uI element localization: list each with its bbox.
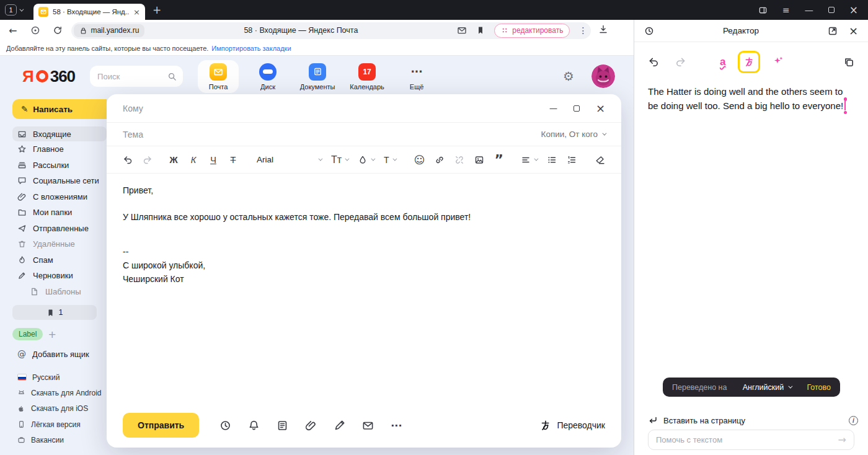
ai-prompt-box[interactable]: →: [648, 430, 854, 450]
sidebar-item-newsletters[interactable]: Рассылки: [12, 157, 107, 174]
insert-to-page-button[interactable]: Вставить на страницу i: [648, 413, 858, 428]
sidebar-item-myfolders[interactable]: Мои папки: [12, 205, 107, 221]
improve-text-button[interactable]: [773, 55, 784, 69]
sidebar-item-social[interactable]: Социальные сети: [12, 173, 107, 189]
underline-icon[interactable]: Ч: [208, 155, 218, 165]
template-note-icon[interactable]: [277, 420, 288, 431]
browser-menu-icon[interactable]: ≡: [782, 5, 790, 15]
grammar-check-icon[interactable]: a: [720, 56, 725, 68]
clear-format-icon[interactable]: [595, 155, 605, 165]
translate-highlight-box[interactable]: [738, 51, 760, 73]
strikethrough-icon[interactable]: Т: [228, 155, 238, 165]
sidebar-item-drafts[interactable]: Черновики: [12, 268, 107, 284]
app-docs[interactable]: Документы: [297, 60, 338, 93]
compose-minimize-icon[interactable]: —: [549, 104, 557, 113]
bookmark-flag-icon[interactable]: [476, 25, 485, 35]
bullet-list-icon[interactable]: [547, 155, 557, 165]
link-icon[interactable]: [435, 155, 445, 165]
sidebar-item-important[interactable]: Главное: [12, 141, 107, 157]
downloads-icon[interactable]: [598, 24, 608, 37]
editor-redo-icon[interactable]: [675, 56, 686, 68]
more-options-icon[interactable]: ···: [391, 420, 402, 431]
font-family-select[interactable]: Arial: [257, 155, 321, 164]
new-tab-button[interactable]: +: [153, 4, 161, 16]
restore-window-icon[interactable]: [828, 7, 835, 13]
emoji-icon[interactable]: ☺: [414, 154, 425, 166]
history-clock-icon[interactable]: [644, 26, 654, 36]
sidebar-item-templates[interactable]: Шаблоны: [12, 284, 107, 300]
editor-undo-icon[interactable]: [648, 56, 659, 68]
font-size-select[interactable]: Tт: [331, 154, 348, 166]
app-more[interactable]: ··· Ещё: [396, 60, 437, 93]
tab-group-badge[interactable]: 1: [5, 4, 17, 15]
ai-prompt-input[interactable]: [656, 435, 838, 444]
refresh-icon[interactable]: [53, 25, 63, 35]
download-ios-link[interactable]: Скачать для iOS: [12, 401, 107, 417]
domain-pill[interactable]: mail.yandex.ru: [74, 24, 144, 37]
attach-file-icon[interactable]: [305, 420, 317, 431]
yandex360-logo[interactable]: Я 360: [22, 67, 75, 86]
unlink-icon[interactable]: [454, 155, 464, 165]
undo-icon[interactable]: [123, 155, 133, 165]
done-button[interactable]: Готово: [807, 383, 831, 392]
app-calendar[interactable]: 17 Календарь: [347, 60, 388, 93]
quote-icon[interactable]: ”: [494, 157, 503, 163]
language-select[interactable]: Английский: [743, 383, 791, 392]
search-icon[interactable]: [167, 72, 177, 81]
signature-pen-icon[interactable]: [334, 420, 345, 431]
subject-field-label[interactable]: Тема: [123, 130, 143, 139]
bold-icon[interactable]: Ж: [169, 155, 179, 165]
text-color-select[interactable]: Т: [384, 155, 396, 165]
info-icon[interactable]: i: [849, 416, 858, 425]
download-android-link[interactable]: Скачать для Android: [12, 385, 107, 400]
cc-from-toggle[interactable]: Копии, От кого: [541, 130, 605, 139]
app-disk[interactable]: Диск: [247, 60, 288, 93]
reminder-bell-icon[interactable]: [248, 420, 260, 431]
sidebar-item-attachments[interactable]: С вложениями: [12, 189, 107, 205]
italic-icon[interactable]: К: [188, 155, 198, 165]
vacancies-link[interactable]: Вакансии: [12, 432, 107, 448]
translate-icon[interactable]: [743, 56, 755, 68]
panel-close-icon[interactable]: ×: [849, 24, 858, 37]
back-icon[interactable]: ←: [9, 25, 17, 37]
close-window-icon[interactable]: ×: [849, 4, 858, 16]
numbered-list-icon[interactable]: [567, 155, 577, 165]
align-select[interactable]: [521, 155, 537, 165]
tab-group-control[interactable]: 1: [5, 4, 22, 15]
active-tab[interactable]: 58 · Входящие — Янд... ×: [33, 4, 145, 20]
mail-suggest-icon[interactable]: [457, 25, 467, 35]
submit-arrow-icon[interactable]: →: [838, 434, 846, 446]
add-label-icon[interactable]: +: [48, 329, 56, 340]
translated-text[interactable]: The Hatter is doing well and the others …: [634, 73, 868, 113]
import-bookmarks-link[interactable]: Импортировать закладки: [211, 45, 291, 52]
browser-feature-icon[interactable]: [30, 25, 40, 35]
label-tag[interactable]: Label: [12, 328, 43, 340]
bookmarks-counter[interactable]: 1: [12, 305, 97, 320]
tab-close-icon[interactable]: ×: [133, 7, 140, 17]
open-in-window-icon[interactable]: [828, 26, 838, 36]
sidebar-item-inbox[interactable]: Входящие: [12, 126, 107, 141]
message-body[interactable]: Привет, У Шляпника все хорошо у остальны…: [107, 174, 621, 286]
to-field-label[interactable]: Кому: [123, 104, 143, 113]
sidebar-item-trash[interactable]: Удалённые: [12, 236, 107, 252]
extension-kebab-icon[interactable]: ⋮: [578, 25, 587, 35]
schedule-send-icon[interactable]: [219, 420, 231, 431]
copy-icon[interactable]: [843, 56, 854, 68]
minimize-window-icon[interactable]: —: [805, 5, 813, 15]
compose-close-icon[interactable]: ×: [596, 102, 605, 115]
send-button[interactable]: Отправить: [123, 413, 199, 438]
address-bar[interactable]: mail.yandex.ru 58 · Входящие — Яндекс По…: [71, 22, 591, 39]
settings-gear-icon[interactable]: ⚙: [563, 69, 574, 84]
sidebar-item-sent[interactable]: Отправленные: [12, 221, 107, 237]
insert-image-icon[interactable]: [474, 155, 484, 165]
compose-button[interactable]: ✎ Написать: [12, 99, 107, 119]
highlight-color-select[interactable]: [358, 155, 374, 165]
attach-from-mail-icon[interactable]: [362, 420, 374, 431]
light-version-link[interactable]: Лёгкая версия: [12, 417, 107, 432]
language-link[interactable]: Русский: [12, 369, 107, 385]
editor-extension-button[interactable]: редактировать: [494, 24, 570, 38]
translator-button[interactable]: Переводчик: [539, 420, 605, 431]
add-mailbox-button[interactable]: @ Добавить ящик: [12, 347, 107, 361]
redo-icon[interactable]: [143, 155, 153, 165]
sidebar-item-spam[interactable]: Спам: [12, 252, 107, 268]
